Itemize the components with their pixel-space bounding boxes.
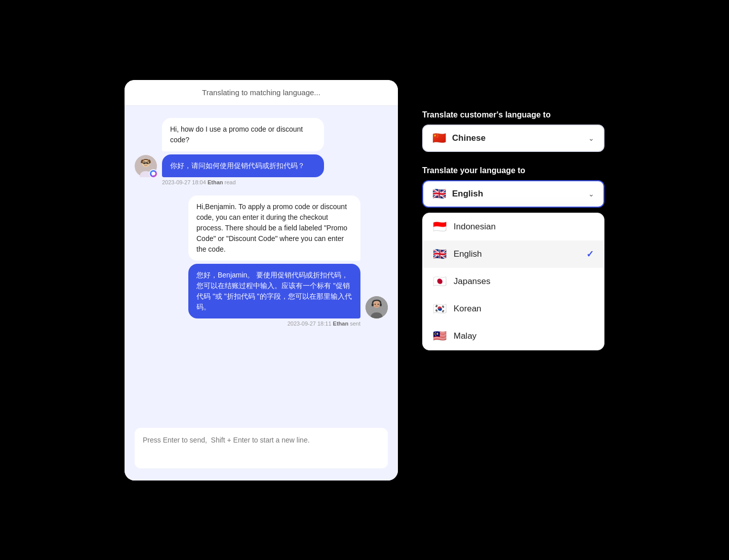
japanese-label: Japanses (454, 276, 491, 287)
svg-point-11 (375, 303, 376, 304)
bubble-agent-1: Hi,Benjamin. To apply a promo code or di… (188, 195, 360, 261)
dropdown-item-malay[interactable]: 🇲🇾 Malay (423, 323, 604, 350)
svg-point-8 (373, 301, 380, 308)
japanese-flag: 🇯🇵 (433, 276, 447, 287)
agent-avatar (366, 296, 388, 318)
svg-point-12 (378, 303, 379, 304)
message-group-1: Hi, how do I use a promo code or discoun… (135, 118, 388, 185)
translate-customer-section: Translate customer's language to 🇨🇳 Chin… (422, 110, 604, 152)
message-row-1: Hi, how do I use a promo code or discoun… (135, 118, 388, 177)
indonesian-flag: 🇮🇩 (433, 221, 447, 232)
customer-flag: 🇨🇳 (432, 133, 446, 144)
chat-header: Translating to matching language... (125, 80, 398, 106)
your-lang: English (452, 189, 483, 199)
translate-your-dropdown[interactable]: 🇬🇧 English ⌄ (422, 180, 604, 208)
korean-flag: 🇰🇷 (433, 303, 447, 314)
customer-bubbles: Hi, how do I use a promo code or discoun… (162, 118, 324, 177)
messenger-badge (149, 169, 158, 178)
bubble-agent-2: 您好，Benjamin。 要使用促销代码或折扣代码，您可以在结账过程中输入。应该… (188, 264, 360, 318)
agent-bubbles: Hi,Benjamin. To apply a promo code or di… (188, 195, 360, 318)
bubble-customer-1: Hi, how do I use a promo code or discoun… (162, 118, 324, 151)
english-flag: 🇬🇧 (433, 249, 447, 260)
message-meta-1: 2023-09-27 18:04 Ethan read (135, 179, 388, 185)
chat-body: Hi, how do I use a promo code or discoun… (125, 106, 398, 420)
svg-rect-9 (372, 303, 374, 306)
dropdown-item-japanese[interactable]: 🇯🇵 Japanses (423, 268, 604, 295)
chevron-down-icon-2: ⌄ (588, 190, 594, 198)
customer-lang: Chinese (452, 133, 485, 143)
dropdown-item-indonesian[interactable]: 🇮🇩 Indonesian (423, 213, 604, 241)
language-dropdown-menu: 🇮🇩 Indonesian 🇬🇧 English ✓ 🇯🇵 Japanses (422, 213, 604, 350)
english-label: English (454, 249, 482, 259)
translate-customer-label: Translate customer's language to (422, 110, 604, 119)
chat-header-text: Translating to matching language... (202, 88, 320, 97)
agent-avatar-image (366, 296, 388, 318)
malay-flag: 🇲🇾 (433, 331, 447, 342)
translate-customer-dropdown[interactable]: 🇨🇳 Chinese ⌄ (422, 125, 604, 152)
message-group-2: Hi,Benjamin. To apply a promo code or di… (135, 195, 388, 327)
malay-label: Malay (454, 331, 476, 341)
your-flag: 🇬🇧 (432, 188, 446, 199)
message-meta-2: 2023-09-27 18:11 Ethan sent (135, 321, 388, 327)
chevron-down-icon: ⌄ (588, 134, 594, 142)
message-row-2: Hi,Benjamin. To apply a promo code or di… (135, 195, 388, 318)
chat-input-area (125, 420, 398, 481)
indonesian-label: Indonesian (454, 222, 496, 232)
bubble-customer-2: 你好，请问如何使用促销代码或折扣代码？ (162, 154, 324, 177)
svg-rect-10 (380, 303, 382, 306)
translate-your-label: Translate your language to (422, 166, 604, 175)
customer-avatar (135, 155, 157, 177)
dropdown-item-korean[interactable]: 🇰🇷 Korean (423, 295, 604, 323)
right-panel: Translate customer's language to 🇨🇳 Chin… (422, 80, 604, 350)
check-icon: ✓ (586, 249, 594, 260)
translate-your-section: Translate your language to 🇬🇧 English ⌄ … (422, 166, 604, 350)
chat-panel: Translating to matching language... (125, 80, 398, 481)
chat-input[interactable] (135, 428, 388, 468)
dropdown-item-english[interactable]: 🇬🇧 English ✓ (423, 241, 604, 268)
korean-label: Korean (454, 304, 481, 314)
